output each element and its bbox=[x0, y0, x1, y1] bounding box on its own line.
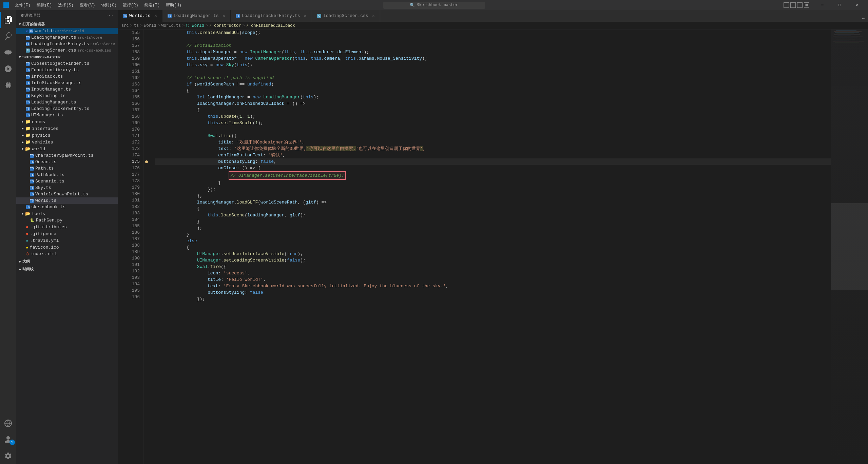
ts-file-icon: TS bbox=[26, 94, 30, 98]
code-line-177: // UIManager.setUserInterfaceVisible(tru… bbox=[155, 171, 831, 180]
sketchbook-arrow: ▶ bbox=[18, 56, 22, 58]
file-loading-tracker[interactable]: TSLoadingTrackerEntry.ts bbox=[16, 105, 118, 112]
file-loading-manager[interactable]: TSLoadingManager.ts bbox=[16, 99, 118, 105]
file-favicon[interactable]: ★favicon.ico bbox=[16, 244, 118, 251]
outline-header[interactable]: ▶ 大纲 bbox=[16, 258, 118, 265]
dot-gutter bbox=[143, 30, 150, 464]
menu-bar[interactable]: 文件(F) 编辑(E) 选择(S) 查看(V) 转到(G) 运行(R) 终端(T… bbox=[12, 2, 184, 9]
file-closest-obj[interactable]: TSClosestObjectFinder.ts bbox=[16, 60, 118, 67]
file-path[interactable]: TSPath.ts bbox=[16, 165, 118, 172]
folder-world[interactable]: ▶ 📂 world bbox=[16, 146, 118, 152]
layout-icon-2[interactable] bbox=[790, 2, 796, 8]
settings-icon[interactable] bbox=[0, 448, 16, 464]
menu-help[interactable]: 帮助(H) bbox=[163, 2, 184, 9]
menu-edit[interactable]: 编辑(E) bbox=[34, 2, 55, 9]
file-gitignore[interactable]: ◆.gitignore bbox=[16, 230, 118, 237]
bc-worldts[interactable]: World.ts bbox=[161, 23, 181, 28]
source-control-icon[interactable] bbox=[0, 44, 16, 61]
open-editor-loading-css[interactable]: C loadingScreen.css src\css\modules bbox=[16, 47, 118, 54]
open-editor-world-ts[interactable]: ✕ TS World.ts src\ts\world bbox=[16, 28, 118, 34]
file-vehicle-spawn[interactable]: TSVehicleSpawnPoint.ts bbox=[16, 191, 118, 197]
bc-world-class[interactable]: ⬡ World bbox=[186, 23, 204, 28]
tab-close-world[interactable]: ✕ bbox=[154, 13, 157, 19]
bc-sep5: > bbox=[206, 23, 208, 28]
remote-explorer-icon[interactable] bbox=[0, 415, 16, 431]
yml-icon: ★ bbox=[26, 238, 28, 243]
file-scenario[interactable]: TSScenario.ts bbox=[16, 178, 118, 185]
run-debug-icon[interactable] bbox=[0, 61, 16, 77]
folder-enums[interactable]: ▶ 📁 enums bbox=[16, 118, 118, 125]
bc-src[interactable]: src bbox=[121, 23, 129, 28]
red-box-highlight: // UIManager.setUserInterfaceVisible(tru… bbox=[229, 171, 346, 180]
code-content[interactable]: this.createParamsGUI(scope); // Initiali… bbox=[150, 30, 831, 464]
tab-close-lm[interactable]: ✕ bbox=[222, 13, 225, 19]
folder-vehicles-arrow: ▶ bbox=[22, 140, 24, 144]
menu-run[interactable]: 运行(R) bbox=[120, 2, 141, 9]
bc-constructor[interactable]: ⚡ constructor bbox=[209, 23, 241, 28]
file-sketchbook[interactable]: TSsketchbook.ts bbox=[16, 204, 118, 210]
file-keybinding[interactable]: TSKeyBinding.ts bbox=[16, 93, 118, 99]
folder-vehicles[interactable]: ▶ 📁 vehicles bbox=[16, 139, 118, 146]
bc-onfinished[interactable]: ⚡ onFinishedCallback bbox=[246, 23, 295, 28]
file-input-manager[interactable]: TSInputManager.ts bbox=[16, 86, 118, 93]
folder-open-icon: 📂 bbox=[25, 146, 31, 152]
close-button[interactable]: ✕ bbox=[849, 0, 865, 10]
bc-ts[interactable]: ts bbox=[134, 23, 139, 28]
menu-file[interactable]: 文件(F) bbox=[12, 2, 33, 9]
split-editor-btn[interactable]: ⋯ bbox=[859, 15, 868, 22]
file-infostack-msg[interactable]: TSInfoStackMessage.ts bbox=[16, 80, 118, 86]
tab-loading-manager[interactable]: TS LoadingManager.ts ✕ bbox=[162, 10, 231, 22]
file-index-html[interactable]: ⬡index.html bbox=[16, 251, 118, 257]
timeline-header[interactable]: ▶ 时间线 bbox=[16, 266, 118, 273]
activity-bar: 1 bbox=[0, 10, 16, 464]
menu-goto[interactable]: 转到(G) bbox=[98, 2, 119, 9]
folder-interfaces[interactable]: ▶ 📁 interfaces bbox=[16, 125, 118, 132]
code-line-178: } bbox=[155, 180, 831, 186]
minimap[interactable] bbox=[831, 30, 868, 464]
code-line-170 bbox=[155, 126, 831, 133]
open-editor-loading-manager[interactable]: TS LoadingManager.ts src\ts\core bbox=[16, 34, 118, 41]
menu-view[interactable]: 查看(V) bbox=[77, 2, 98, 9]
tab-loading-css[interactable]: C loadingScreen.css ✕ bbox=[312, 10, 380, 22]
file-func-library[interactable]: TSFunctionLibrary.ts bbox=[16, 67, 118, 73]
sketchbook-header[interactable]: ▶ SKETCHBOOK-MASTER bbox=[16, 54, 118, 60]
layout-icon-1[interactable] bbox=[784, 2, 789, 8]
layout-icon-4[interactable]: ⊞ bbox=[804, 2, 809, 8]
sidebar-more-btn[interactable]: ··· bbox=[106, 14, 114, 18]
maximize-button[interactable]: □ bbox=[832, 0, 847, 10]
file-ui-manager-label: UIManager.ts bbox=[31, 113, 63, 118]
file-input-manager-label: InputManager.ts bbox=[31, 87, 71, 92]
file-pathgen-py[interactable]: 🐍PathGen.py bbox=[16, 217, 118, 224]
extensions-icon[interactable] bbox=[0, 77, 16, 93]
file-travis-yml[interactable]: ★.travis.yml bbox=[16, 237, 118, 244]
file-pathnode[interactable]: TSPathNode.ts bbox=[16, 172, 118, 178]
file-gitattributes[interactable]: ◆.gitattributes bbox=[16, 224, 118, 230]
close-icon[interactable]: ✕ bbox=[26, 29, 28, 33]
bc-world-folder[interactable]: world bbox=[144, 23, 156, 28]
file-sky[interactable]: TSSky.ts bbox=[16, 185, 118, 191]
minimize-button[interactable]: ─ bbox=[814, 0, 830, 10]
explorer-icon[interactable] bbox=[0, 12, 16, 28]
menu-select[interactable]: 选择(S) bbox=[55, 2, 76, 9]
menu-terminal[interactable]: 终端(T) bbox=[142, 2, 163, 9]
file-world[interactable]: TSWorld.ts bbox=[16, 197, 118, 204]
file-character-spawn[interactable]: TSCharacterSpawnPoint.ts bbox=[16, 152, 118, 159]
dot-162 bbox=[143, 75, 150, 81]
accounts-icon[interactable]: 1 bbox=[0, 431, 16, 448]
tab-close-css[interactable]: ✕ bbox=[372, 13, 375, 19]
line-num-193: 193 bbox=[125, 274, 140, 281]
search-icon[interactable] bbox=[0, 28, 16, 44]
tab-close-lt[interactable]: ✕ bbox=[304, 13, 307, 19]
folder-tools[interactable]: ▶ 📂 tools bbox=[16, 210, 118, 217]
tab-world-ts[interactable]: TS World.ts ✕ bbox=[118, 10, 162, 22]
file-ocean[interactable]: TSOcean.ts bbox=[16, 159, 118, 165]
line-num-163: 163 bbox=[125, 81, 140, 88]
search-bar[interactable]: 🔍 Sketchbook-master bbox=[383, 2, 485, 9]
folder-physics[interactable]: ▶ 📁 physics bbox=[16, 132, 118, 139]
layout-icon-3[interactable] bbox=[797, 2, 803, 8]
file-ui-manager[interactable]: TSUIManager.ts bbox=[16, 112, 118, 118]
tab-loading-tracker[interactable]: TS LoadingTrackerEntry.ts ✕ bbox=[231, 10, 312, 22]
open-editor-loading-tracker[interactable]: TS LoadingTrackerEntry.ts src\ts\core bbox=[16, 41, 118, 47]
file-infostack[interactable]: TSInfoStack.ts bbox=[16, 73, 118, 80]
open-editors-header[interactable]: ▶ 打开的编辑器 bbox=[16, 21, 118, 28]
